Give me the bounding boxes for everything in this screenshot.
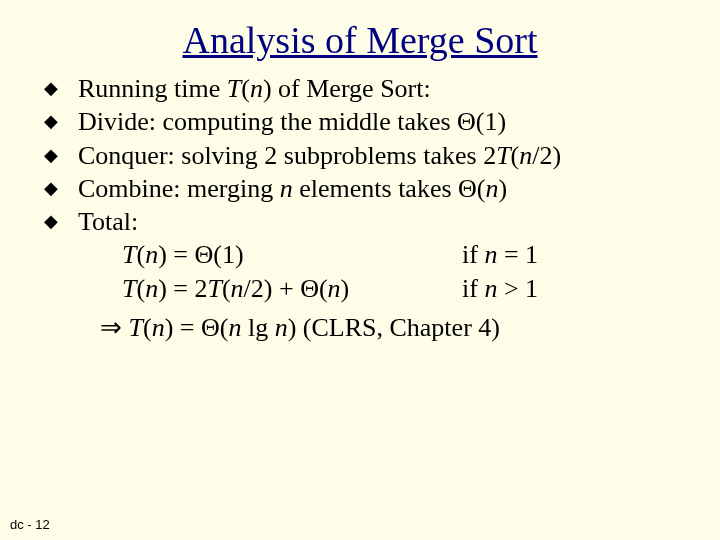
- text: > 1: [497, 274, 538, 303]
- slide-footer: dc - 12: [10, 517, 50, 532]
- text: (: [241, 74, 250, 103]
- equation-row: T(n) = Θ(1) if n = 1: [122, 238, 690, 271]
- bullet-text: Divide: computing the middle takes Θ(1): [78, 105, 690, 138]
- var-n: n: [145, 274, 158, 303]
- equation-row: T(n) = 2T(n/2) + Θ(n) if n > 1: [122, 272, 690, 305]
- equation-left: T(n) = Θ(1): [122, 238, 462, 271]
- text: ) = Θ(1): [158, 240, 243, 269]
- var-n: n: [280, 174, 293, 203]
- text: ) = 2: [158, 274, 207, 303]
- text: (: [511, 141, 520, 170]
- var-n: n: [228, 313, 241, 342]
- var-n: n: [484, 274, 497, 303]
- text: ): [341, 274, 350, 303]
- var-T: T: [227, 74, 241, 103]
- slide-title: Analysis of Merge Sort: [0, 0, 720, 72]
- var-T: T: [129, 313, 143, 342]
- bullet-icon: ◆: [44, 205, 78, 238]
- text: (: [222, 274, 231, 303]
- text: (: [136, 240, 145, 269]
- text: Combine: merging: [78, 174, 280, 203]
- arrow-icon: ⇒: [100, 313, 129, 342]
- text: (: [136, 274, 145, 303]
- bullet-icon: ◆: [44, 139, 78, 172]
- equation-block: T(n) = Θ(1) if n = 1 T(n) = 2T(n/2) + Θ(…: [44, 238, 690, 305]
- var-T: T: [496, 141, 510, 170]
- equation-left: T(n) = 2T(n/2) + Θ(n): [122, 272, 462, 305]
- var-T: T: [122, 274, 136, 303]
- text: Running time: [78, 74, 227, 103]
- var-n: n: [519, 141, 532, 170]
- text: Conquer: solving 2 subproblems takes 2: [78, 141, 496, 170]
- text: if: [462, 274, 484, 303]
- var-n: n: [275, 313, 288, 342]
- bullet-row: ◆ Total:: [44, 205, 690, 238]
- text: ) = Θ(: [165, 313, 229, 342]
- var-T: T: [207, 274, 221, 303]
- var-n: n: [250, 74, 263, 103]
- text: /2) + Θ(: [244, 274, 328, 303]
- bullet-text: Combine: merging n elements takes Θ(n): [78, 172, 690, 205]
- text: lg: [241, 313, 274, 342]
- slide: Analysis of Merge Sort ◆ Running time T(…: [0, 0, 720, 540]
- var-n: n: [328, 274, 341, 303]
- bullet-row: ◆ Running time T(n) of Merge Sort:: [44, 72, 690, 105]
- conclusion: ⇒ T(n) = Θ(n lg n) (CLRS, Chapter 4): [44, 305, 690, 344]
- bullet-icon: ◆: [44, 72, 78, 105]
- bullet-icon: ◆: [44, 172, 78, 205]
- var-n: n: [486, 174, 499, 203]
- bullet-text: Total:: [78, 205, 690, 238]
- slide-body: ◆ Running time T(n) of Merge Sort: ◆ Div…: [0, 72, 720, 344]
- bullet-row: ◆ Conquer: solving 2 subproblems takes 2…: [44, 139, 690, 172]
- bullet-text: Conquer: solving 2 subproblems takes 2T(…: [78, 139, 690, 172]
- equation-right: if n > 1: [462, 272, 538, 305]
- text: ): [499, 174, 508, 203]
- text: of Merge Sort:: [272, 74, 431, 103]
- var-n: n: [145, 240, 158, 269]
- var-T: T: [122, 240, 136, 269]
- bullet-text: Running time T(n) of Merge Sort:: [78, 72, 690, 105]
- text: = 1: [497, 240, 538, 269]
- var-n: n: [152, 313, 165, 342]
- var-n: n: [231, 274, 244, 303]
- equation-right: if n = 1: [462, 238, 538, 271]
- text: ): [263, 74, 272, 103]
- bullet-row: ◆ Divide: computing the middle takes Θ(1…: [44, 105, 690, 138]
- text: /2): [532, 141, 561, 170]
- text: (: [143, 313, 152, 342]
- text: ) (CLRS, Chapter 4): [288, 313, 500, 342]
- bullet-row: ◆ Combine: merging n elements takes Θ(n): [44, 172, 690, 205]
- text: if: [462, 240, 484, 269]
- var-n: n: [484, 240, 497, 269]
- bullet-icon: ◆: [44, 105, 78, 138]
- text: elements takes Θ(: [293, 174, 486, 203]
